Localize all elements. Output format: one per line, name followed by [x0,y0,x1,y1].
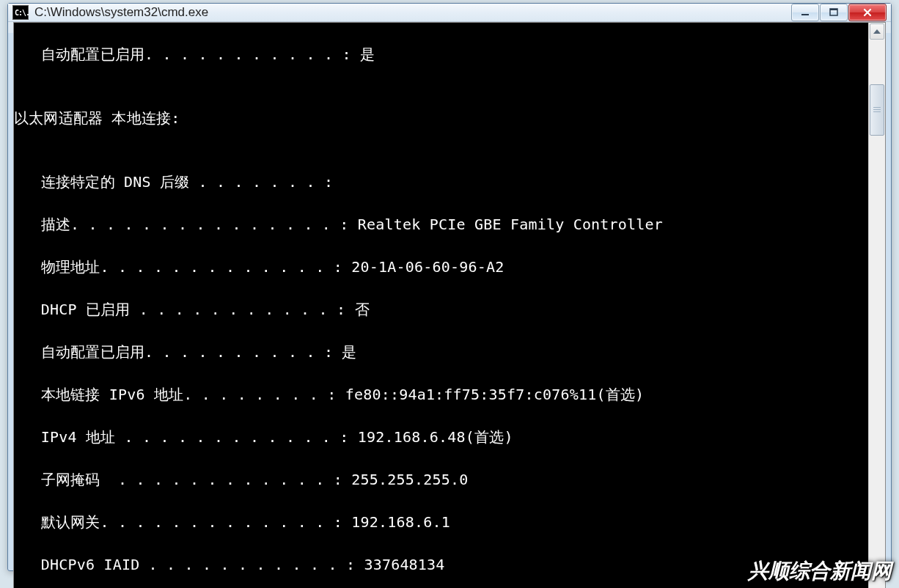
output-value: 是 [333,342,356,363]
output-label: 连接特定的 DNS 后缀 . . . . . . . : [14,172,333,193]
output-line: 自动配置已启用. . . . . . . . . . : 是 [14,342,868,363]
output-line: 自动配置已启用. . . . . . . . . . . : 是 [14,44,868,65]
output-value: 255.255.255.0 [342,469,468,490]
minimize-button[interactable] [791,4,819,21]
client-area: 自动配置已启用. . . . . . . . . . . : 是 以太网适配器 … [13,22,886,588]
output-line: DHCPv6 IAID . . . . . . . . . . . : 3376… [14,554,868,576]
output-label: DHCP 已启用 . . . . . . . . . . . : [14,299,345,320]
chevron-up-icon [873,29,881,34]
scroll-up-button[interactable] [870,23,884,40]
output-label: 自动配置已启用. . . . . . . . . . : [14,342,333,363]
output-value: 是 [351,44,375,65]
output-value: 192.168.6.48(首选) [349,427,513,448]
output-value: 否 [345,299,369,320]
output-line: DHCP 已启用 . . . . . . . . . . . : 否 [14,299,868,320]
maximize-icon [829,8,838,17]
output-label: IPv4 地址 . . . . . . . . . . . . : [14,427,349,448]
close-icon [862,8,873,17]
maximize-button[interactable] [820,4,848,21]
scrollbar-track[interactable] [869,40,885,588]
output-line: 本地链接 IPv6 地址. . . . . . . . : fe80::94a1… [14,384,868,405]
output-label: 描述. . . . . . . . . . . . . . . : [14,214,349,235]
output-label: 本地链接 IPv6 地址. . . . . . . . : [14,384,336,405]
terminal-output[interactable]: 自动配置已启用. . . . . . . . . . . : 是 以太网适配器 … [14,23,868,588]
close-button[interactable] [848,4,887,21]
window-controls [791,4,887,21]
output-value: Realtek PCIe GBE Family Controller [349,214,663,235]
window-title: C:\Windows\system32\cmd.exe [34,5,791,20]
svg-rect-2 [830,9,837,10]
output-line: 连接特定的 DNS 后缀 . . . . . . . : [14,172,868,193]
output-label: 子网掩码 . . . . . . . . . . . . : [14,469,342,490]
output-value: 20-1A-06-60-96-A2 [342,257,504,278]
output-label: DHCPv6 IAID . . . . . . . . . . . : [14,554,355,576]
output-value: 337648134 [355,554,444,576]
output-value: fe80::94a1:ff75:35f7:c076%11(首选) [336,384,644,405]
output-line: 默认网关. . . . . . . . . . . . . : 192.168.… [14,512,868,533]
cmd-window: C:\. C:\Windows\system32\cmd.exe 自动配置已启用… [7,3,892,571]
output-line: 物理地址. . . . . . . . . . . . . : 20-1A-06… [14,257,868,278]
output-label: 默认网关. . . . . . . . . . . . . : [14,512,342,533]
titlebar[interactable]: C:\. C:\Windows\system32\cmd.exe [8,4,891,22]
output-line: IPv4 地址 . . . . . . . . . . . . : 192.16… [14,427,868,448]
section-header: 以太网适配器 本地连接: [14,108,868,129]
output-label: 物理地址. . . . . . . . . . . . . : [14,257,342,278]
svg-rect-0 [801,14,809,15]
minimize-icon [801,8,810,17]
output-label: 自动配置已启用. . . . . . . . . . . : [14,44,351,65]
watermark-text: 兴顺综合新闻网 [748,557,892,585]
output-line: 描述. . . . . . . . . . . . . . . : Realte… [14,214,868,235]
vertical-scrollbar[interactable] [868,23,885,588]
output-line: 子网掩码 . . . . . . . . . . . . : 255.255.2… [14,469,868,490]
section-header-text: 以太网适配器 本地连接: [14,108,180,129]
cmd-icon: C:\. [12,5,29,20]
output-value: 192.168.6.1 [342,512,450,533]
scrollbar-thumb[interactable] [870,84,884,136]
